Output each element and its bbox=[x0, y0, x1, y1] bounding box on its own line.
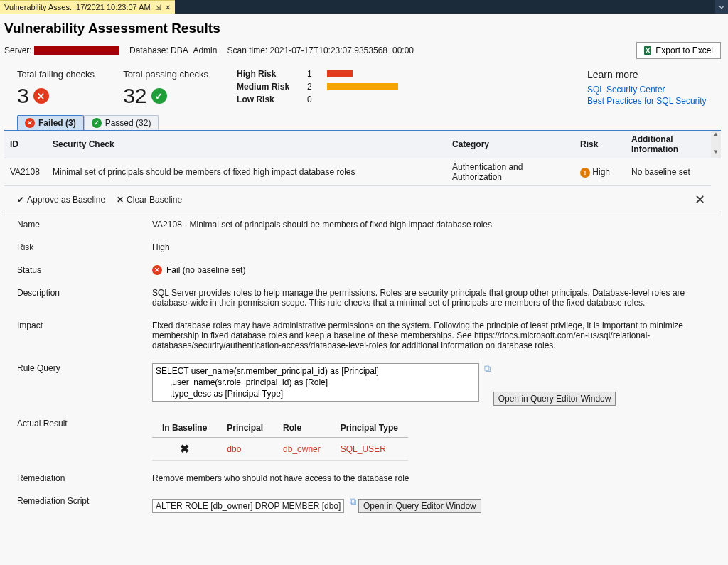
col-category[interactable]: Category bbox=[446, 131, 574, 158]
grid-scrollbar[interactable]: ▲▼ bbox=[711, 131, 721, 158]
col-principal: Principal bbox=[217, 419, 273, 438]
scan-time-label: Scan time: 2021-07-17T10:23:07.9353568+0… bbox=[227, 45, 414, 55]
rule-query-label: Rule Query bbox=[17, 363, 152, 406]
medium-risk-bar bbox=[327, 83, 398, 90]
learn-more-panel: Learn more SQL Security Center Best Prac… bbox=[587, 69, 708, 108]
link-sql-security-center[interactable]: SQL Security Center bbox=[587, 85, 708, 95]
open-query-editor-button[interactable]: Open in Query Editor Window bbox=[493, 392, 616, 406]
description-label: Description bbox=[17, 288, 152, 308]
export-to-excel-button[interactable]: X Export to Excel bbox=[636, 42, 721, 59]
impact-value: Fixed database roles may have administra… bbox=[152, 321, 708, 350]
risk-label: Risk bbox=[17, 242, 152, 252]
link-best-practices[interactable]: Best Practices for SQL Security bbox=[587, 96, 708, 106]
pass-icon: ✓ bbox=[92, 118, 102, 128]
server-label: Server: bbox=[4, 45, 119, 55]
check-icon: ✔ bbox=[17, 195, 24, 205]
col-principal-type: Principal Type bbox=[331, 419, 408, 438]
results-grid: ID Security Check Category Risk Addition… bbox=[4, 131, 721, 186]
tab-failed[interactable]: ✕ Failed (3) bbox=[17, 115, 84, 130]
page-title: Vulnerability Assessment Results bbox=[4, 21, 721, 36]
copy-script-icon[interactable]: ⧉ bbox=[350, 496, 356, 507]
actual-result-table: In Baseline Principal Role Principal Typ… bbox=[152, 419, 408, 461]
actual-result-row: ✖ dbo db_owner SQL_USER bbox=[152, 438, 408, 461]
results-tabstrip: ✕ Failed (3) ✓ Passed (32) bbox=[4, 115, 721, 131]
name-value: VA2108 - Minimal set of principals shoul… bbox=[152, 220, 708, 230]
remediation-script-label: Remediation Script bbox=[17, 496, 152, 513]
failing-checks-stat: Total failing checks 3 ✕ bbox=[17, 69, 95, 108]
close-tab-icon[interactable]: ✕ bbox=[165, 4, 171, 11]
fail-icon: ✕ bbox=[152, 265, 162, 275]
main-content: Vulnerability Assessment Results Server:… bbox=[0, 14, 728, 526]
summary-panel: Total failing checks 3 ✕ Total passing c… bbox=[4, 66, 721, 115]
remediation-script-textbox[interactable]: ALTER ROLE [db_owner] DROP MEMBER [dbo] bbox=[152, 499, 344, 513]
col-id[interactable]: ID bbox=[4, 131, 47, 158]
detail-toolbar: ✔ Approve as Baseline ✕ Clear Baseline ✕ bbox=[4, 186, 721, 212]
pass-icon: ✓ bbox=[151, 88, 167, 104]
col-in-baseline: In Baseline bbox=[152, 419, 217, 438]
export-label: Export to Excel bbox=[655, 45, 713, 55]
risk-breakdown: High Risk 1 Medium Risk 2 Low Risk 0 bbox=[237, 69, 398, 108]
learn-more-heading: Learn more bbox=[587, 69, 708, 80]
name-label: Name bbox=[17, 220, 152, 230]
description-value: SQL Server provides roles to help manage… bbox=[152, 288, 708, 308]
actual-result-label: Actual Result bbox=[17, 419, 152, 461]
col-additional-info[interactable]: Additional Information bbox=[626, 131, 711, 158]
close-detail-icon[interactable]: ✕ bbox=[692, 192, 708, 208]
pin-icon[interactable]: ⇲ bbox=[155, 4, 161, 11]
database-label: Database: DBA_Admin bbox=[129, 45, 217, 55]
fail-icon: ✕ bbox=[25, 118, 35, 128]
status-value: ✕ Fail (no baseline set) bbox=[152, 265, 708, 275]
document-tab-bar: Vulnerability Asses...17/2021 10:23:07 A… bbox=[0, 0, 728, 14]
not-in-baseline-icon: ✖ bbox=[180, 443, 189, 455]
approve-as-baseline-button[interactable]: ✔ Approve as Baseline bbox=[17, 195, 105, 205]
col-risk[interactable]: Risk bbox=[574, 131, 626, 158]
document-tab-title: Vulnerability Asses...17/2021 10:23:07 A… bbox=[4, 3, 151, 11]
col-security-check[interactable]: Security Check bbox=[47, 131, 446, 158]
tab-overflow-dropdown[interactable] bbox=[715, 0, 728, 14]
clear-baseline-button[interactable]: ✕ Clear Baseline bbox=[117, 195, 182, 205]
grid-header: ID Security Check Category Risk Addition… bbox=[4, 131, 721, 158]
passing-checks-stat: Total passing checks 32 ✓ bbox=[123, 69, 208, 108]
impact-label: Impact bbox=[17, 321, 152, 350]
high-risk-bar bbox=[327, 70, 353, 77]
scan-meta-row: Server: Database: DBA_Admin Scan time: 2… bbox=[4, 42, 721, 59]
remediation-label: Remediation bbox=[17, 473, 152, 483]
fail-icon: ✕ bbox=[33, 88, 49, 104]
chevron-down-icon bbox=[719, 4, 724, 10]
copy-query-icon[interactable]: ⧉ bbox=[484, 363, 491, 374]
rule-query-textbox[interactable] bbox=[152, 363, 479, 402]
col-role: Role bbox=[273, 419, 331, 438]
status-label: Status bbox=[17, 265, 152, 275]
grid-row[interactable]: VA2108 Minimal set of principals should … bbox=[4, 158, 721, 186]
high-risk-icon: ! bbox=[580, 168, 590, 178]
risk-value: High bbox=[152, 242, 708, 252]
open-script-editor-button[interactable]: Open in Query Editor Window bbox=[358, 499, 481, 513]
excel-icon: X bbox=[644, 46, 651, 55]
x-icon: ✕ bbox=[117, 195, 124, 205]
remediation-value: Remove members who should not have acces… bbox=[152, 473, 708, 483]
tab-passed[interactable]: ✓ Passed (32) bbox=[84, 115, 159, 130]
server-name-redacted bbox=[34, 46, 119, 55]
document-tab[interactable]: Vulnerability Asses...17/2021 10:23:07 A… bbox=[0, 0, 175, 14]
detail-panel: Name VA2108 - Minimal set of principals … bbox=[4, 212, 721, 523]
